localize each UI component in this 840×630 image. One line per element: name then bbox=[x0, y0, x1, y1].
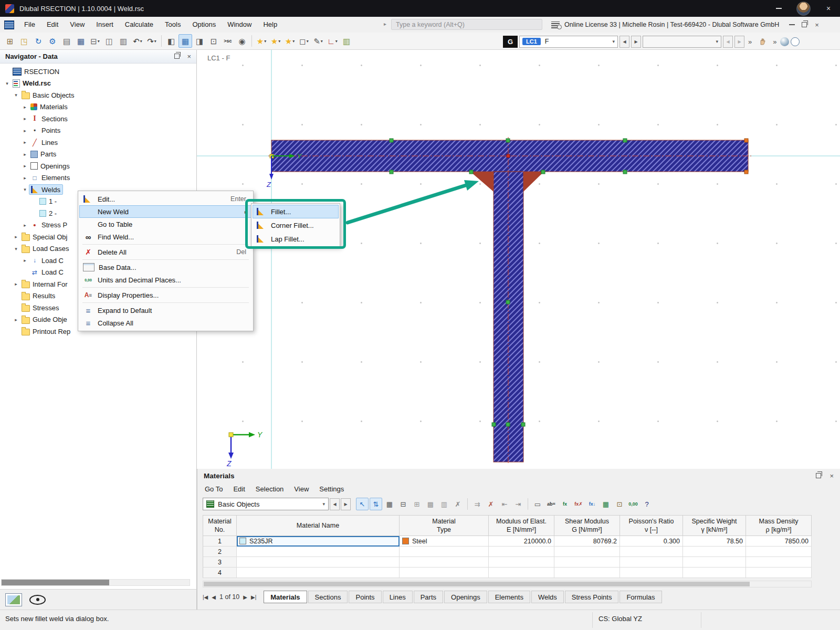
tree-item-weld-rsc[interactable]: ▾Weld.rsc bbox=[0, 78, 196, 90]
activate-object-icon[interactable]: ★▾ bbox=[283, 34, 297, 48]
view-tables-icon[interactable]: ▦ bbox=[178, 34, 192, 48]
scrollbar-thumb[interactable] bbox=[2, 580, 109, 585]
value-cell[interactable] bbox=[620, 557, 683, 568]
table-settings-icon[interactable]: ▦ bbox=[383, 498, 396, 510]
transfer-icon[interactable]: ⊡ bbox=[613, 498, 626, 510]
web-services-icon[interactable]: ⚙ bbox=[46, 34, 59, 48]
value-cell[interactable] bbox=[620, 568, 683, 578]
materials-menu-selection[interactable]: Selection bbox=[250, 485, 289, 493]
view-model-icon[interactable]: ◧ bbox=[164, 34, 178, 48]
context-menu-item-new-weld[interactable]: New Weld▸ bbox=[79, 205, 252, 218]
submenu-item-corner-fillet[interactable]: Corner Fillet... bbox=[253, 218, 339, 232]
context-menu-item-display-properties[interactable]: Display Properties... bbox=[79, 289, 252, 301]
context-menu-item-expand-to-default[interactable]: Expand to Default bbox=[79, 304, 252, 317]
menu-insert[interactable]: Insert bbox=[90, 17, 119, 33]
window-restore-icon[interactable] bbox=[798, 17, 811, 33]
copy-row-icon[interactable]: ⇉ bbox=[471, 498, 484, 510]
value-cell[interactable] bbox=[620, 547, 683, 557]
expand-arrow-icon[interactable]: ▸ bbox=[21, 140, 29, 145]
tab-elements[interactable]: Elements bbox=[488, 591, 530, 603]
expand-arrow-icon[interactable]: ▸ bbox=[21, 152, 29, 157]
material-type-cell[interactable] bbox=[400, 568, 489, 578]
diagram-icon[interactable]: ▥ bbox=[340, 34, 353, 48]
menu-edit[interactable]: Edit bbox=[41, 17, 64, 33]
previous-table-button[interactable]: ◀ bbox=[330, 498, 340, 510]
table-row[interactable]: 4 bbox=[203, 568, 812, 578]
paste-model-icon[interactable]: ⊞ bbox=[3, 34, 17, 48]
expand-arrow-icon[interactable]: ▸ bbox=[12, 234, 20, 239]
pager-next-button[interactable]: ▶ bbox=[243, 594, 247, 600]
import-table-icon[interactable]: ⇤ bbox=[498, 498, 511, 510]
user-avatar[interactable] bbox=[796, 2, 811, 16]
value-cell[interactable]: 7850.00 bbox=[746, 536, 812, 547]
graphics-area[interactable]: Y Z Y Z LC1 - F bbox=[197, 50, 840, 469]
material-type-cell[interactable]: Steel bbox=[400, 536, 489, 547]
open-file-icon[interactable]: ◳ bbox=[17, 34, 31, 48]
minimize-button[interactable] bbox=[767, 0, 790, 17]
expand-arrow-icon[interactable]: ▸ bbox=[21, 223, 29, 228]
tree-item-sections[interactable]: ▸Sections bbox=[0, 113, 196, 125]
new-object-icon[interactable]: ★▾ bbox=[255, 34, 268, 48]
value-cell[interactable]: 78.50 bbox=[683, 536, 746, 547]
close-button[interactable]: × bbox=[817, 0, 840, 17]
submenu-item-lap-fillet[interactable]: Lap Fillet... bbox=[253, 232, 339, 246]
menu-file[interactable]: File bbox=[18, 17, 41, 33]
load-case-combobox[interactable]: LC1 F ▾ bbox=[519, 36, 618, 48]
value-cell[interactable] bbox=[554, 547, 620, 557]
context-menu-item-units-and-decimal-places[interactable]: Units and Decimal Places... bbox=[79, 274, 252, 286]
expand-arrow-icon[interactable]: ▸ bbox=[21, 258, 29, 263]
context-menu-item-go-to-table[interactable]: Go to Table bbox=[79, 218, 252, 230]
excel-export-icon[interactable]: ▦ bbox=[600, 498, 612, 510]
tab-formulas[interactable]: Formulas bbox=[620, 591, 662, 603]
render-solid-icon[interactable] bbox=[780, 37, 789, 46]
previous-item-button[interactable]: ◀ bbox=[723, 36, 733, 48]
value-cell[interactable] bbox=[746, 568, 812, 578]
materials-menu-edit[interactable]: Edit bbox=[228, 485, 250, 493]
value-cell[interactable]: 0.300 bbox=[620, 536, 683, 547]
value-cell[interactable] bbox=[489, 557, 554, 568]
expand-arrow-icon[interactable]: ▸ bbox=[21, 116, 29, 121]
tree-item-openings[interactable]: ▸Openings bbox=[0, 160, 196, 172]
tree-item-rsection[interactable]: RSECTION bbox=[0, 66, 196, 78]
search-collapse-icon[interactable]: ▸ bbox=[384, 21, 386, 27]
spotlight-icon[interactable]: ◉ bbox=[235, 34, 249, 48]
sc-console-icon[interactable]: >sc bbox=[221, 34, 235, 48]
context-menu-item-delete-all[interactable]: Delete AllDel bbox=[79, 246, 252, 258]
insert-row-icon[interactable]: ⊞ bbox=[411, 498, 423, 510]
formula-icon[interactable]: fx bbox=[559, 498, 571, 510]
fillet-weld-right[interactable] bbox=[523, 172, 544, 192]
undo-icon[interactable]: ↶▾ bbox=[131, 34, 144, 48]
table-scope-combobox[interactable]: Basic Objects ▾ bbox=[203, 498, 329, 510]
table-row[interactable]: 2 bbox=[203, 547, 812, 557]
expand-arrow-icon[interactable]: ▸ bbox=[21, 128, 29, 133]
measure-icon[interactable]: ✎▾ bbox=[311, 34, 325, 48]
materials-menu-view[interactable]: View bbox=[289, 485, 314, 493]
tree-item-lines[interactable]: ▸Lines bbox=[0, 136, 196, 149]
app-grid-icon[interactable] bbox=[4, 20, 14, 29]
menu-calculate[interactable]: Calculate bbox=[119, 17, 159, 33]
pager-prev-button[interactable]: ◀ bbox=[212, 594, 216, 600]
value-cell[interactable]: 210000.0 bbox=[489, 536, 554, 547]
tab-welds[interactable]: Welds bbox=[531, 591, 564, 603]
column-header-mass-density[interactable]: Mass Densityρ [kg/m³] bbox=[746, 515, 812, 536]
expand-arrow-icon[interactable]: ▾ bbox=[3, 81, 11, 86]
column-header-material-name[interactable]: Material Name bbox=[237, 515, 400, 536]
value-cell[interactable] bbox=[746, 557, 812, 568]
context-menu-item-base-data[interactable]: Base Data... bbox=[79, 261, 252, 274]
materials-menu-settings[interactable]: Settings bbox=[314, 485, 349, 493]
section-profile-icon[interactable]: ∟▾ bbox=[326, 34, 339, 48]
close-table-icon[interactable]: × bbox=[830, 472, 834, 480]
redo-icon[interactable]: ↷▾ bbox=[145, 34, 159, 48]
toolbar-overflow-button[interactable]: » bbox=[746, 38, 754, 46]
save-icon[interactable]: ▦ bbox=[74, 34, 88, 48]
window-close-icon[interactable]: × bbox=[811, 17, 823, 33]
panel-views-icon[interactable] bbox=[5, 593, 22, 606]
menu-help[interactable]: Help bbox=[257, 17, 283, 33]
close-panel-icon[interactable]: × bbox=[187, 52, 191, 60]
visibility-eye-icon[interactable] bbox=[29, 595, 46, 605]
column-header-poisson-s-ratio[interactable]: Poisson's Ratioν [--] bbox=[620, 515, 683, 536]
menu-options[interactable]: Options bbox=[186, 17, 222, 33]
next-load-case-button[interactable]: ▶ bbox=[631, 36, 641, 48]
float-table-icon[interactable] bbox=[816, 472, 821, 480]
value-cell[interactable] bbox=[489, 547, 554, 557]
